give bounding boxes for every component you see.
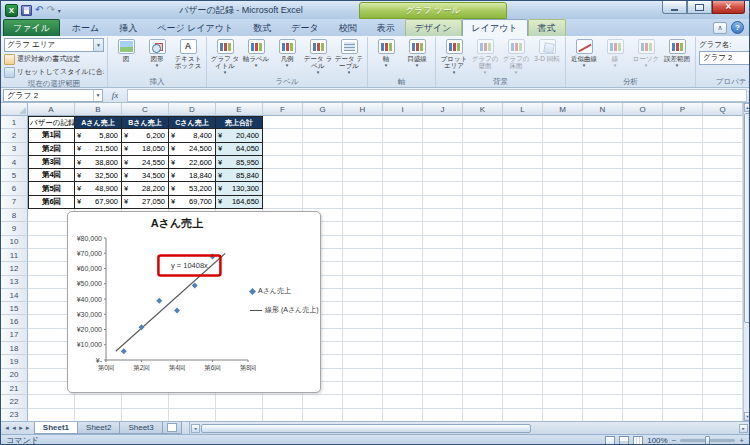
cell-Q12[interactable] [703, 262, 743, 275]
cell-M19[interactable] [543, 355, 583, 368]
cell-H14[interactable] [343, 289, 383, 302]
data-point[interactable] [192, 282, 198, 288]
cell-L18[interactable] [503, 342, 543, 355]
cell-J22[interactable] [423, 395, 463, 408]
cell-C7[interactable]: ¥27,050 [122, 196, 169, 209]
cell-N21[interactable] [583, 382, 623, 395]
tab-chart-design[interactable]: デザイン [405, 19, 462, 36]
column-header-A[interactable]: A [28, 103, 75, 116]
data-labels-button[interactable]: データ ラベル [303, 38, 333, 76]
cell-Q14[interactable] [703, 289, 743, 302]
cell-H22[interactable] [343, 395, 383, 408]
cell-P22[interactable] [663, 395, 703, 408]
cell-J18[interactable] [423, 342, 463, 355]
cell-O4[interactable] [623, 156, 663, 169]
cell-F6[interactable] [263, 182, 303, 195]
row-header-23[interactable]: 23 [1, 409, 28, 421]
cell-L20[interactable] [503, 369, 543, 382]
cell-Q18[interactable] [703, 342, 743, 355]
cell-G6[interactable] [303, 182, 343, 195]
maximize-button[interactable] [687, 1, 712, 14]
cell-N8[interactable] [583, 209, 623, 222]
cell-I10[interactable] [383, 236, 423, 249]
cell-M11[interactable] [543, 249, 583, 262]
cell-N20[interactable] [583, 369, 623, 382]
data-point[interactable] [139, 324, 145, 330]
cell-G5[interactable] [303, 169, 343, 182]
cell-M4[interactable] [543, 156, 583, 169]
cell-N3[interactable] [583, 143, 623, 156]
cell-O2[interactable] [623, 129, 663, 142]
cell-L9[interactable] [503, 222, 543, 235]
cell-L22[interactable] [503, 395, 543, 408]
cell-C3[interactable]: ¥18,050 [122, 143, 169, 156]
cell-G1[interactable] [303, 116, 343, 129]
cell-G22[interactable] [303, 395, 343, 408]
cell-H23[interactable] [343, 409, 383, 421]
cell-F1[interactable] [263, 116, 303, 129]
cell-M13[interactable] [543, 276, 583, 289]
cell-K7[interactable] [463, 196, 503, 209]
cell-K10[interactable] [463, 236, 503, 249]
cell-E3[interactable]: ¥64,050 [216, 143, 263, 156]
cell-D4[interactable]: ¥22,600 [169, 156, 216, 169]
cell-C5[interactable]: ¥34,500 [122, 169, 169, 182]
cell-K19[interactable] [463, 355, 503, 368]
cell-J8[interactable] [423, 209, 463, 222]
textbox-button[interactable]: テキスト ボックス [173, 38, 203, 70]
row-header-12[interactable]: 12 [1, 262, 28, 275]
cell-P1[interactable] [663, 116, 703, 129]
cell-N13[interactable] [583, 276, 623, 289]
row-header-7[interactable]: 7 [1, 196, 28, 209]
cell-K5[interactable] [463, 169, 503, 182]
cell-F7[interactable] [263, 196, 303, 209]
cell-Q16[interactable] [703, 315, 743, 328]
cell-J1[interactable] [423, 116, 463, 129]
cell-K13[interactable] [463, 276, 503, 289]
cell-N6[interactable] [583, 182, 623, 195]
cell-H8[interactable] [343, 209, 383, 222]
cell-N11[interactable] [583, 249, 623, 262]
tab-file[interactable]: ファイル [3, 19, 60, 36]
cell-O16[interactable] [623, 315, 663, 328]
cell-D2[interactable]: ¥8,400 [169, 129, 216, 142]
row-header-6[interactable]: 6 [1, 182, 28, 195]
column-header-O[interactable]: O [623, 103, 663, 116]
cell-L16[interactable] [503, 315, 543, 328]
cell-A1[interactable]: バザーの記録 [28, 116, 75, 129]
cell-P21[interactable] [663, 382, 703, 395]
cell-E23[interactable] [216, 409, 263, 421]
save-icon[interactable] [21, 5, 32, 16]
cell-O1[interactable] [623, 116, 663, 129]
column-header-L[interactable]: L [503, 103, 543, 116]
cell-C6[interactable]: ¥28,200 [122, 182, 169, 195]
qat-dropdown-icon[interactable]: ▾ [58, 7, 61, 14]
cell-I23[interactable] [383, 409, 423, 421]
cell-L8[interactable] [503, 209, 543, 222]
cell-H2[interactable] [343, 129, 383, 142]
cell-L11[interactable] [503, 249, 543, 262]
cell-M20[interactable] [543, 369, 583, 382]
tab-chart-format[interactable]: 書式 [528, 19, 566, 36]
cell-H17[interactable] [343, 329, 383, 342]
cell-N4[interactable] [583, 156, 623, 169]
cell-J11[interactable] [423, 249, 463, 262]
cell-J9[interactable] [423, 222, 463, 235]
cell-N16[interactable] [583, 315, 623, 328]
cell-M1[interactable] [543, 116, 583, 129]
column-header-H[interactable]: H [343, 103, 383, 116]
cell-F5[interactable] [263, 169, 303, 182]
cell-Q22[interactable] [703, 395, 743, 408]
chevron-down-icon[interactable] [93, 90, 102, 101]
cell-A4[interactable]: 第3回 [28, 156, 75, 169]
cell-J16[interactable] [423, 315, 463, 328]
cell-E5[interactable]: ¥85,840 [216, 169, 263, 182]
cell-J14[interactable] [423, 289, 463, 302]
row-header-21[interactable]: 21 [1, 382, 28, 395]
cell-K1[interactable] [463, 116, 503, 129]
cell-C4[interactable]: ¥24,550 [122, 156, 169, 169]
cell-E6[interactable]: ¥130,300 [216, 182, 263, 195]
cell-H19[interactable] [343, 355, 383, 368]
cell-Q3[interactable] [703, 143, 743, 156]
cell-G7[interactable] [303, 196, 343, 209]
